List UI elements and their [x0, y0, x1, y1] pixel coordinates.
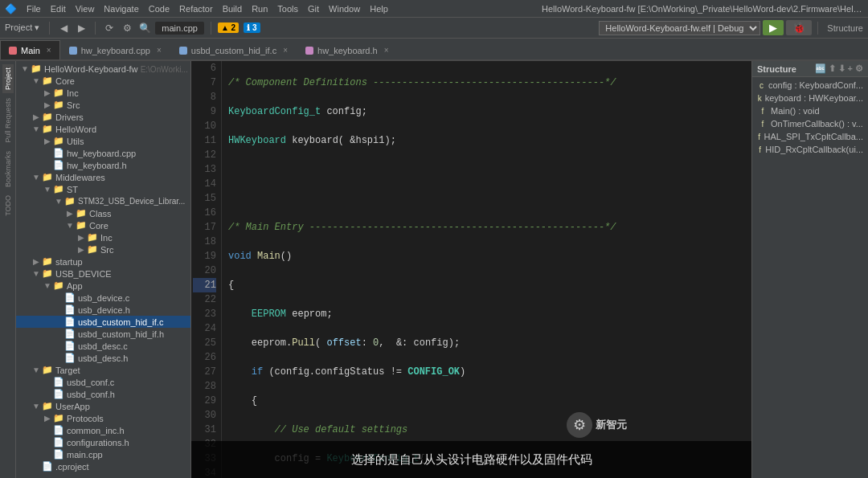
menu-run[interactable]: Run [252, 4, 268, 14]
line-numbers: 6 7 8 9 10 11 12 13 14 15 16 17 18 19 20… [191, 61, 222, 478]
tree-label-usbd-hid: usbd_custom_hid_if.c [78, 317, 163, 327]
debug-config-select[interactable]: HelloWord-Keyboard-fw.elf | Debug [599, 21, 760, 35]
tree-label-startup: startup [55, 257, 83, 267]
tab-usbd-hid[interactable]: usbd_custom_hid_if.c × [170, 40, 297, 59]
struct-settings[interactable]: ⚙ [855, 63, 863, 74]
tree-hw-keyboard-h[interactable]: ▶ 📄 hw_keyboard.h [16, 159, 190, 171]
struct-hid-cb[interactable]: f HID_RxCpltCallback(ui... [752, 143, 868, 156]
project-dropdown[interactable]: Project ▾ [5, 22, 39, 33]
tab-hw-keyboard-h[interactable]: hw_keyboard.h × [297, 40, 397, 59]
left-tab-pull-requests[interactable]: Pull Requests [2, 95, 14, 146]
tree-usbd-desc-c[interactable]: ▶ 📄 usbd_desc.c [16, 340, 190, 352]
left-tab-bookmarks[interactable]: Bookmarks [2, 148, 14, 190]
folder-icon-utils: 📁 [53, 136, 64, 146]
tree-src2[interactable]: ▶ 📁 Src [16, 243, 190, 255]
tab-close-hw[interactable]: × [157, 46, 162, 55]
tree-drivers[interactable]: ▶ 📁 Drivers [16, 111, 190, 123]
tree-usbd-conf-h[interactable]: ▶ 📄 usbd_conf.h [16, 388, 190, 400]
tree-st[interactable]: ▼ 📁 ST [16, 183, 190, 195]
struct-timer-cb[interactable]: f OnTimerCallback() : v... [752, 117, 868, 130]
tree-usbd-hid-if-h[interactable]: ▶ 📄 usbd_custom_hid_if.h [16, 328, 190, 340]
tree-middlewares[interactable]: ▼ 📁 Middlewares [16, 171, 190, 183]
file-icon-common: 📄 [53, 425, 64, 435]
folder-icon-startup: 📁 [42, 256, 53, 267]
left-tab-todo[interactable]: TODO [2, 192, 14, 219]
watermark-icon: ⚙ [567, 412, 592, 438]
arrow-startup: ▶ [31, 257, 42, 266]
tree-protocols[interactable]: ▶ 📁 Protocols [16, 412, 190, 424]
struct-expand[interactable]: ⬇ [838, 63, 845, 74]
struct-main-fn[interactable]: f Main() : void [752, 104, 868, 117]
tree-root[interactable]: ▼ 📁 HelloWord-Keyboard-fw E:\OnWorki... [16, 63, 190, 75]
tree-class[interactable]: ▶ 📁 Class [16, 207, 190, 219]
tree-target[interactable]: ▼ 📁 Target [16, 364, 190, 376]
arrow-usb-device: ▼ [31, 269, 42, 278]
tab-close-hwh[interactable]: × [384, 46, 389, 55]
menu-file[interactable]: File [27, 4, 41, 14]
forward-button[interactable]: ▶ [74, 21, 88, 35]
toolbar: Project ▾ ◀ ▶ ⟳ ⚙ 🔍 main.cpp ▲ 2 ℹ 3 Hel… [0, 18, 868, 39]
struct-config[interactable]: c config : KeyboardConf... [752, 79, 868, 92]
tree-common-inc-h[interactable]: ▶ 📄 common_inc.h [16, 424, 190, 436]
refresh-button[interactable]: ⟳ [102, 21, 117, 35]
tree-userapp[interactable]: ▼ 📁 UserApp [16, 400, 190, 412]
menu-git[interactable]: Git [308, 4, 319, 14]
menu-edit[interactable]: Edit [51, 4, 66, 14]
debug-button[interactable]: 🐞 [786, 20, 812, 35]
tree-app[interactable]: ▼ 📁 App [16, 280, 190, 292]
tree-usbd-hid-c[interactable]: ▶ 📄 usbd_custom_hid_if.c [16, 316, 190, 328]
tree-usbd-conf-c[interactable]: ▶ 📄 usbd_conf.c [16, 376, 190, 388]
tab-close-main[interactable]: × [47, 46, 51, 55]
tree-startup[interactable]: ▶ 📁 startup [16, 255, 190, 268]
tree-core2[interactable]: ▼ 📁 Core [16, 219, 190, 231]
menu-window[interactable]: Window [329, 4, 360, 14]
code-content[interactable]: /* Component Definitions ---------------… [222, 61, 751, 478]
tree-usb-device[interactable]: ▼ 📁 USB_DEVICE [16, 268, 190, 280]
arrow-st: ▼ [42, 185, 53, 194]
struct-sort-alpha[interactable]: 🔤 [815, 63, 826, 74]
code-editor[interactable]: 6 7 8 9 10 11 12 13 14 15 16 17 18 19 20… [191, 61, 751, 478]
menu-build[interactable]: Build [223, 4, 242, 14]
tree-configurations-h[interactable]: ▶ 📄 configurations.h [16, 436, 190, 448]
run-button[interactable]: ▶ [763, 20, 784, 35]
menu-view[interactable]: View [76, 4, 95, 14]
tree-stm32usb[interactable]: ▼ 📁 STM32_USB_Device_Librar... [16, 195, 190, 207]
menu-help[interactable]: Help [370, 4, 388, 14]
menu-tools[interactable]: Tools [277, 4, 298, 14]
tab-main-cpp[interactable]: Main × [0, 40, 60, 59]
active-file-tab[interactable]: main.cpp [155, 22, 204, 35]
tree-usb-device-h[interactable]: ▶ 📄 usb_device.h [16, 304, 190, 316]
tree-helloword[interactable]: ▼ 📁 HelloWord [16, 123, 190, 135]
code-area[interactable]: 6 7 8 9 10 11 12 13 14 15 16 17 18 19 20… [191, 61, 751, 478]
struct-spi-cb[interactable]: f HAL_SPI_TxCpltCallba... [752, 130, 868, 143]
back-button[interactable]: ◀ [56, 21, 71, 35]
left-tab-project[interactable]: Project [2, 64, 14, 93]
tab-close-usbd[interactable]: × [283, 46, 288, 55]
struct-sort-type[interactable]: ⬆ [829, 63, 836, 74]
struct-label-main-fn: Main() : void [771, 106, 820, 116]
tree-inc2[interactable]: ▶ 📁 Inc [16, 231, 190, 243]
settings-button[interactable]: ⚙ [120, 21, 134, 35]
tree-usbd-desc-h[interactable]: ▶ 📄 usbd_desc.h [16, 352, 190, 364]
tree-inc[interactable]: ▶ 📁 Inc [16, 87, 190, 99]
menu-navigate[interactable]: Navigate [104, 4, 138, 14]
tree-usb-device-c[interactable]: ▶ 📄 usb_device.c [16, 292, 190, 304]
struct-collapse[interactable]: + [848, 63, 853, 74]
search-button[interactable]: 🔍 [137, 21, 152, 35]
struct-keyboard[interactable]: k keyboard : HWKeyboar... [752, 92, 868, 104]
main-layout: Project Pull Requests Bookmarks TODO ▼ 📁… [0, 61, 868, 478]
tree-hw-keyboard-cpp[interactable]: ▶ 📄 hw_keyboard.cpp [16, 147, 190, 159]
menu-code[interactable]: Code [149, 4, 170, 14]
file-icon-usbd-desc: 📄 [64, 341, 76, 351]
tree-cproject[interactable]: ▶ 📄 .cproject [16, 460, 190, 472]
subtitle-text: 选择的是自己从头设计电路硬件以及固件代码 [351, 452, 592, 468]
tree-utils[interactable]: ▶ 📁 Utils [16, 135, 190, 147]
tree-core[interactable]: ▼ 📁 Core [16, 75, 190, 87]
tree-src[interactable]: ▶ 📁 Src [16, 99, 190, 111]
menu-refactor[interactable]: Refactor [179, 4, 213, 14]
structure-label: Structure [827, 23, 863, 33]
tree-main-cpp[interactable]: ▶ 📄 main.cpp [16, 448, 190, 460]
folder-icon-protocols: 📁 [53, 413, 64, 423]
tab-hw-keyboard-cpp[interactable]: hw_keyboard.cpp × [60, 40, 170, 59]
folder-icon-src: 📁 [53, 100, 64, 110]
